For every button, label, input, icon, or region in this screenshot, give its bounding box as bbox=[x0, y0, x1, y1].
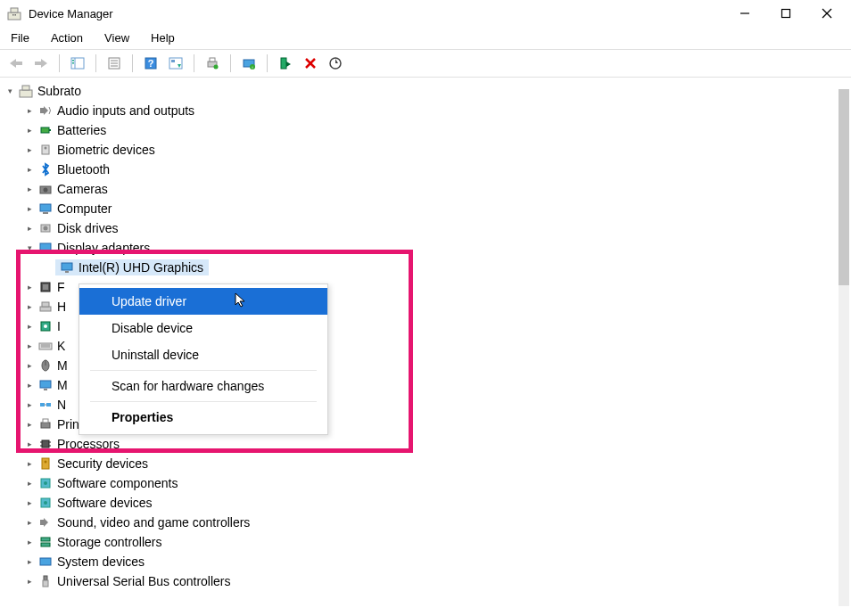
expand-icon[interactable]: ▸ bbox=[23, 185, 36, 193]
uninstall-device-button[interactable] bbox=[300, 53, 321, 74]
minimize-button[interactable] bbox=[724, 0, 765, 27]
expand-icon[interactable]: ▸ bbox=[23, 577, 36, 586]
expand-icon[interactable]: ▾ bbox=[23, 243, 36, 252]
svg-rect-89 bbox=[44, 576, 47, 580]
context-menu-item[interactable]: Update driver bbox=[79, 288, 327, 315]
sound-icon bbox=[37, 514, 54, 530]
expand-icon[interactable]: ▸ bbox=[23, 381, 36, 390]
computer-icon bbox=[37, 201, 54, 217]
tree-category-node[interactable]: ▸Computer bbox=[4, 199, 851, 218]
menu-file[interactable]: File bbox=[7, 29, 33, 46]
expand-icon[interactable]: ▸ bbox=[23, 204, 36, 213]
security-icon bbox=[37, 456, 54, 472]
back-button[interactable] bbox=[5, 53, 27, 74]
svg-rect-56 bbox=[43, 284, 48, 290]
svg-point-27 bbox=[214, 65, 219, 70]
system-icon bbox=[37, 554, 54, 570]
menu-view[interactable]: View bbox=[101, 29, 133, 46]
expand-icon[interactable]: ▸ bbox=[23, 145, 36, 154]
context-menu-separator bbox=[90, 370, 317, 371]
expand-icon[interactable]: ▸ bbox=[23, 302, 36, 311]
tree-category-node[interactable]: ▾Display adapters bbox=[4, 238, 851, 258]
expand-icon[interactable]: ▸ bbox=[23, 420, 36, 429]
tree-root-node[interactable]: ▾ Subrato bbox=[4, 81, 851, 101]
expand-icon[interactable]: ▸ bbox=[23, 439, 36, 448]
context-menu-item[interactable]: Scan for hardware changes bbox=[79, 373, 327, 399]
tree-device-label: Intel(R) UHD Graphics bbox=[78, 260, 203, 275]
close-button[interactable] bbox=[806, 0, 847, 27]
svg-rect-69 bbox=[46, 403, 51, 407]
action-button[interactable] bbox=[165, 53, 186, 74]
enable-device-button[interactable] bbox=[275, 53, 296, 74]
tree-category-node[interactable]: ▸Biometric devices bbox=[4, 140, 851, 160]
tree-category-node[interactable]: ▸Sound, video and game controllers bbox=[4, 513, 851, 532]
svg-marker-40 bbox=[44, 106, 48, 115]
expand-icon[interactable]: ▸ bbox=[23, 322, 36, 331]
tree-category-node[interactable]: ▸Processors bbox=[4, 434, 851, 454]
tree-device-node[interactable]: Intel(R) UHD Graphics bbox=[4, 258, 851, 277]
tree-category-node[interactable]: ▸Security devices bbox=[4, 454, 851, 473]
tree-category-node[interactable]: ▸Storage controllers bbox=[4, 532, 851, 552]
svg-point-44 bbox=[45, 147, 47, 150]
menu-action[interactable]: Action bbox=[47, 29, 87, 46]
tree-category-node[interactable]: ▸Bluetooth bbox=[4, 160, 851, 179]
help-button[interactable]: ? bbox=[140, 53, 161, 74]
toolbar-separator bbox=[132, 54, 133, 72]
expand-icon[interactable]: ▸ bbox=[23, 400, 36, 409]
expand-icon[interactable]: ▸ bbox=[23, 283, 36, 292]
expand-icon[interactable]: ▸ bbox=[23, 126, 36, 135]
svg-marker-8 bbox=[10, 59, 16, 68]
expand-icon[interactable]: ▸ bbox=[23, 106, 36, 115]
svg-rect-23 bbox=[171, 60, 175, 62]
camera-icon bbox=[37, 181, 54, 197]
tree-category-node[interactable]: ▸Audio inputs and outputs bbox=[4, 101, 851, 120]
scan-hardware-button[interactable] bbox=[325, 53, 346, 74]
properties-button[interactable] bbox=[103, 53, 125, 74]
tree-category-node[interactable]: ▸System devices bbox=[4, 552, 851, 571]
show-hide-tree-button[interactable] bbox=[67, 53, 88, 74]
mouse-icon bbox=[37, 357, 54, 374]
expand-icon[interactable]: ▸ bbox=[23, 165, 36, 174]
context-menu-item[interactable]: Disable device bbox=[79, 315, 327, 341]
svg-marker-10 bbox=[41, 59, 47, 68]
tree-category-node[interactable]: ▸Universal Serial Bus controllers bbox=[4, 571, 851, 591]
maximize-button[interactable] bbox=[765, 0, 806, 27]
expand-icon[interactable]: ▸ bbox=[23, 538, 36, 546]
svg-rect-41 bbox=[41, 127, 49, 133]
expand-icon[interactable]: ▸ bbox=[23, 361, 36, 370]
scrollbar-thumb[interactable] bbox=[839, 89, 849, 285]
tree-category-label: Sound, video and game controllers bbox=[57, 515, 250, 530]
imaging-icon bbox=[37, 318, 54, 334]
expand-icon[interactable]: ▸ bbox=[23, 459, 36, 468]
usb-icon bbox=[37, 573, 54, 589]
display-adapter-icon bbox=[59, 259, 75, 275]
tree-category-node[interactable]: ▸Batteries bbox=[4, 120, 851, 140]
tree-category-label: Storage controllers bbox=[57, 535, 162, 549]
context-menu-item[interactable]: Uninstall device bbox=[79, 341, 327, 368]
expand-icon[interactable]: ▸ bbox=[23, 498, 36, 507]
expand-icon[interactable]: ▸ bbox=[23, 224, 36, 233]
svg-marker-36 bbox=[335, 59, 338, 63]
tree-category-label: Batteries bbox=[57, 123, 106, 137]
expand-icon[interactable]: ▸ bbox=[23, 479, 36, 488]
collapse-icon[interactable]: ▾ bbox=[4, 86, 16, 95]
update-driver-button[interactable]: ↑ bbox=[238, 53, 260, 74]
tree-category-label: Audio inputs and outputs bbox=[57, 103, 194, 118]
print-button[interactable] bbox=[202, 53, 223, 74]
vertical-scrollbar[interactable] bbox=[839, 89, 849, 606]
tree-category-node[interactable]: ▸Cameras bbox=[4, 179, 851, 199]
svg-rect-87 bbox=[41, 543, 50, 546]
svg-rect-38 bbox=[22, 86, 29, 90]
menu-help[interactable]: Help bbox=[147, 29, 178, 46]
tree-category-node[interactable]: ▸Disk drives bbox=[4, 218, 851, 238]
context-menu-item[interactable]: Properties bbox=[79, 404, 327, 431]
forward-button[interactable] bbox=[30, 53, 52, 74]
svg-rect-42 bbox=[49, 129, 51, 131]
expand-icon[interactable]: ▸ bbox=[23, 557, 36, 566]
display-icon bbox=[37, 240, 54, 256]
tree-category-node[interactable]: ▸Software devices bbox=[4, 493, 851, 513]
expand-icon[interactable]: ▸ bbox=[23, 341, 36, 350]
tree-category-node[interactable]: ▸Software components bbox=[4, 473, 851, 493]
expand-icon[interactable]: ▸ bbox=[23, 518, 36, 527]
printer-icon bbox=[37, 416, 54, 432]
